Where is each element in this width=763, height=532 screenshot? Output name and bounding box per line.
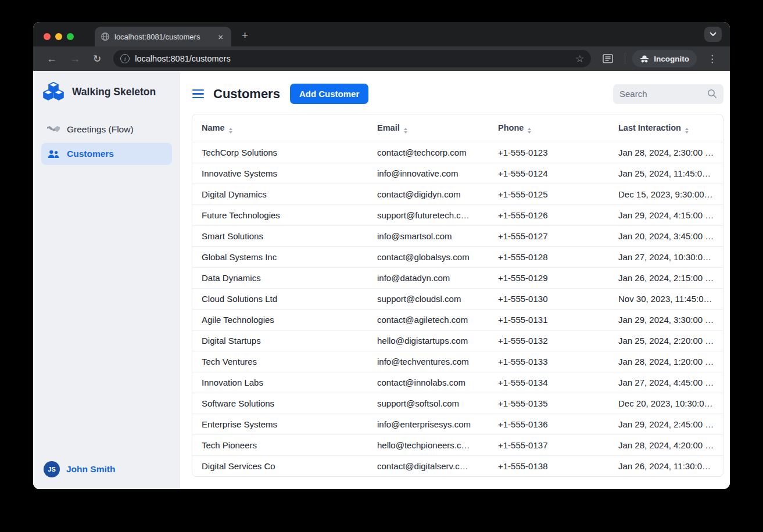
- cell-phone: +1-555-0131: [489, 310, 609, 330]
- table-row[interactable]: Data Dynamics info@datadyn.com +1-555-01…: [192, 268, 723, 289]
- table-row[interactable]: Future Technologies support@futuretech.c…: [192, 205, 723, 226]
- cell-name: Smart Solutions: [192, 226, 368, 247]
- sidebar: Walking Skeleton Greetings (Flow): [33, 71, 180, 489]
- back-button[interactable]: ←: [41, 51, 62, 66]
- cell-email: info@datadyn.com: [368, 268, 489, 289]
- avatar: JS: [44, 461, 60, 477]
- browser-menu-button[interactable]: ⋮: [703, 52, 722, 66]
- table-row[interactable]: Tech Ventures info@techventures.com +1-5…: [192, 351, 723, 372]
- cell-last-interaction: Jan 26, 2024, 2:15:00 …: [609, 268, 723, 289]
- cell-name: Enterprise Systems: [192, 414, 368, 435]
- user-chip[interactable]: JS John Smith: [41, 461, 172, 477]
- cell-last-interaction: Jan 28, 2024, 4:20:00 …: [609, 435, 723, 456]
- close-window-button[interactable]: [44, 33, 51, 40]
- sidebar-spacer: [41, 167, 172, 461]
- table-row[interactable]: Software Solutions support@softsol.com +…: [192, 393, 723, 414]
- sort-icon: [404, 128, 407, 134]
- cell-phone: +1-555-0138: [489, 456, 609, 477]
- page-header: Customers Add Customer: [192, 84, 723, 104]
- table-row[interactable]: Innovation Labs contact@innolabs.com +1-…: [192, 372, 723, 393]
- tab-strip: localhost:8081/customers × +: [33, 22, 730, 46]
- menu-hamburger-icon[interactable]: [192, 88, 205, 100]
- column-header-name[interactable]: Name: [192, 114, 368, 142]
- table-row[interactable]: Cloud Solutions Ltd support@cloudsl.com …: [192, 289, 723, 310]
- cell-last-interaction: Jan 28, 2024, 1:20:00 …: [609, 351, 723, 372]
- table-row[interactable]: Enterprise Systems info@enterprisesys.co…: [192, 414, 723, 435]
- cell-phone: +1-555-0130: [489, 289, 609, 310]
- handshake-icon: [47, 125, 60, 134]
- cell-last-interaction: Jan 27, 2024, 4:45:00 …: [609, 372, 723, 393]
- cell-last-interaction: Dec 20, 2023, 10:30:0…: [609, 393, 723, 414]
- search-input[interactable]: [619, 89, 707, 99]
- cell-email: info@innovative.com: [368, 163, 489, 184]
- search-box[interactable]: [613, 84, 723, 104]
- chevron-down-icon: [710, 32, 717, 37]
- minimize-window-button[interactable]: [55, 33, 62, 40]
- cell-phone: +1-555-0128: [489, 247, 609, 268]
- cell-email: info@smartsol.com: [368, 226, 489, 247]
- table-row[interactable]: Global Systems Inc contact@globalsys.com…: [192, 247, 723, 268]
- sidebar-item-label: Greetings (Flow): [67, 124, 134, 135]
- cell-email: contact@digidyn.com: [368, 184, 489, 205]
- incognito-label: Incognito: [654, 55, 689, 63]
- cell-phone: +1-555-0134: [489, 372, 609, 393]
- cell-name: TechCorp Solutions: [192, 142, 368, 163]
- column-header-last-interaction[interactable]: Last Interaction: [609, 114, 723, 142]
- cell-name: Tech Ventures: [192, 351, 368, 372]
- cell-email: support@cloudsl.com: [368, 289, 489, 310]
- browser-toolbar: ← → ↻ i localhost:8081/customers ☆: [33, 46, 730, 71]
- table-row[interactable]: Digital Dynamics contact@digidyn.com +1-…: [192, 184, 723, 205]
- cell-phone: +1-555-0123: [489, 142, 609, 163]
- address-bar[interactable]: i localhost:8081/customers ☆: [113, 50, 591, 67]
- cell-email: hello@digistartups.com: [368, 330, 489, 351]
- cell-email: contact@agiletech.com: [368, 310, 489, 330]
- maximize-window-button[interactable]: [67, 33, 74, 40]
- cell-name: Data Dynamics: [192, 268, 368, 289]
- users-icon: [47, 150, 60, 159]
- table-row[interactable]: TechCorp Solutions contact@techcorp.com …: [192, 142, 723, 163]
- sidebar-item-customers[interactable]: Customers: [41, 143, 172, 165]
- cell-email: contact@digitalserv.c…: [368, 456, 489, 477]
- bookmark-star-icon[interactable]: ☆: [575, 53, 584, 65]
- column-header-phone[interactable]: Phone: [489, 114, 609, 142]
- cubes-logo-icon: [42, 81, 65, 102]
- url-text[interactable]: localhost:8081/customers: [135, 54, 570, 63]
- sidebar-item-greetings[interactable]: Greetings (Flow): [41, 118, 172, 141]
- cell-last-interaction: Jan 25, 2024, 2:20:00 …: [609, 330, 723, 351]
- browser-window: localhost:8081/customers × + ← → ↻ i loc…: [33, 22, 730, 489]
- reload-button[interactable]: ↻: [88, 52, 106, 66]
- cell-email: contact@techcorp.com: [368, 142, 489, 163]
- table-row[interactable]: Agile Technologies contact@agiletech.com…: [192, 310, 723, 330]
- site-info-icon[interactable]: i: [120, 54, 130, 63]
- cell-email: contact@globalsys.com: [368, 247, 489, 268]
- table-row[interactable]: Innovative Systems info@innovative.com +…: [192, 163, 723, 184]
- close-tab-icon[interactable]: ×: [216, 31, 225, 42]
- cell-phone: +1-555-0133: [489, 351, 609, 372]
- incognito-icon: [640, 55, 649, 63]
- brand-name: Walking Skeleton: [72, 86, 156, 98]
- forward-button[interactable]: →: [65, 51, 85, 66]
- toolbar-divider: [625, 53, 625, 64]
- cell-phone: +1-555-0126: [489, 205, 609, 226]
- page-title: Customers: [213, 87, 280, 102]
- cell-phone: +1-555-0129: [489, 268, 609, 289]
- cell-last-interaction: Jan 29, 2024, 4:15:00 …: [609, 205, 723, 226]
- cell-name: Future Technologies: [192, 205, 368, 226]
- sidebar-item-label: Customers: [67, 149, 114, 159]
- cell-name: Digital Startups: [192, 330, 368, 351]
- side-panel-button[interactable]: [598, 52, 618, 66]
- table-row[interactable]: Smart Solutions info@smartsol.com +1-555…: [192, 226, 723, 247]
- table-row[interactable]: Digital Services Co contact@digitalserv.…: [192, 456, 723, 477]
- incognito-badge: Incognito: [632, 50, 697, 67]
- table-row[interactable]: Digital Startups hello@digistartups.com …: [192, 330, 723, 351]
- table-row[interactable]: Tech Pioneers hello@techpioneers.c… +1-5…: [192, 435, 723, 456]
- new-tab-button[interactable]: +: [238, 29, 252, 42]
- sort-icon: [229, 128, 232, 134]
- cell-name: Software Solutions: [192, 393, 368, 414]
- column-header-email[interactable]: Email: [368, 114, 489, 142]
- browser-tab[interactable]: localhost:8081/customers ×: [95, 27, 231, 46]
- cell-phone: +1-555-0124: [489, 163, 609, 184]
- tab-search-button[interactable]: [704, 27, 722, 42]
- add-customer-button[interactable]: Add Customer: [290, 84, 368, 104]
- cell-name: Innovation Labs: [192, 372, 368, 393]
